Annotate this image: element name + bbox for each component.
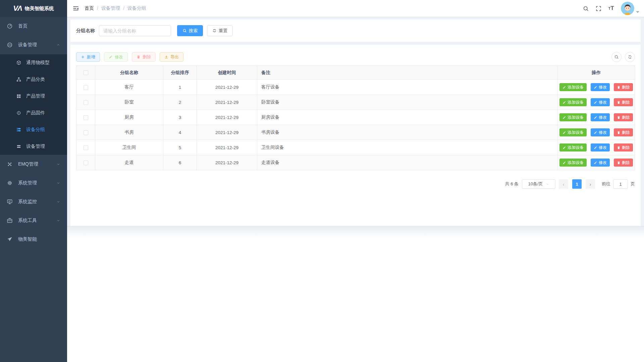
sidebar-item-thing-model[interactable]: 通用物模型	[0, 54, 67, 71]
row-add-device-button[interactable]: 添加设备	[559, 83, 587, 91]
toolbar-right	[611, 52, 635, 62]
edit-button-label: 修改	[599, 84, 607, 90]
header-search-icon[interactable]	[580, 0, 591, 17]
row-delete-button[interactable]: 删除	[614, 98, 633, 106]
reset-button-label: 重置	[219, 28, 227, 34]
delete-button-label: 删除	[622, 130, 630, 135]
row-delete-button[interactable]: 删除	[614, 113, 633, 121]
sidebar-menu: 首页 设备管理 通用物模型 产品分类	[0, 17, 67, 249]
app-logo-icon: VΛ	[13, 4, 21, 13]
row-edit-button[interactable]: 修改	[591, 159, 610, 167]
group-name-input[interactable]	[99, 25, 171, 36]
row-edit-button[interactable]: 修改	[591, 128, 610, 136]
panel-divider	[70, 42, 641, 45]
row-checkbox[interactable]	[84, 145, 88, 150]
user-menu[interactable]	[621, 2, 639, 15]
app-logo[interactable]: VΛ 物美智能系统	[0, 0, 67, 17]
search-button[interactable]: 搜索	[177, 25, 203, 36]
breadcrumb-home[interactable]: 首页	[85, 5, 94, 11]
row-edit-button[interactable]: 修改	[591, 83, 610, 91]
delete-button[interactable]: 删除	[132, 52, 156, 62]
chevron-down-icon	[56, 219, 60, 223]
sidebar-item-product-category[interactable]: 产品分类	[0, 71, 67, 88]
firmware-icon	[16, 110, 21, 116]
row-checkbox[interactable]	[84, 115, 88, 120]
row-checkbox[interactable]	[84, 161, 88, 165]
navbar-actions: TT	[580, 0, 644, 17]
goto-page-input[interactable]	[613, 179, 628, 189]
device-list-icon	[16, 144, 21, 149]
sidebar-item-system-monitor[interactable]: 系统监控	[0, 192, 67, 211]
row-add-device-button[interactable]: 添加设备	[559, 159, 587, 167]
cell-remark: 卫生间设备	[257, 140, 558, 155]
next-page-button[interactable]: ›	[586, 179, 595, 189]
page-size-select[interactable]: 10条/页	[522, 179, 555, 189]
cell-created-time: 2021-12-29	[197, 80, 257, 95]
edit-button[interactable]: 修改	[104, 52, 128, 62]
sidebar-item-product-firmware[interactable]: 产品固件	[0, 105, 67, 121]
breadcrumb: 首页 / 设备管理 / 设备分组	[85, 5, 146, 11]
row-add-device-button[interactable]: 添加设备	[559, 98, 587, 106]
chevron-down-icon	[546, 182, 549, 186]
row-checkbox[interactable]	[84, 130, 88, 135]
fullscreen-icon[interactable]	[593, 0, 604, 17]
avatar[interactable]	[621, 2, 634, 15]
cell-group-name: 厨房	[95, 110, 163, 125]
sidebar-item-device-list[interactable]: 设备管理	[0, 138, 67, 155]
add-button[interactable]: 新增	[76, 52, 100, 62]
delete-button-label: 删除	[622, 84, 630, 90]
add-device-button-label: 添加设备	[568, 130, 584, 135]
font-size-icon[interactable]: TT	[605, 0, 617, 17]
row-delete-button[interactable]: 删除	[614, 83, 633, 91]
sidebar-item-wumei-smart[interactable]: 物美智能	[0, 230, 67, 249]
edit-button-label: 修改	[599, 100, 607, 105]
row-edit-button[interactable]: 修改	[591, 143, 610, 152]
export-button-label: 导出	[170, 54, 179, 60]
row-delete-button[interactable]: 删除	[614, 143, 633, 152]
sidebar-item-product-management[interactable]: 产品管理	[0, 88, 67, 105]
table-body: 客厅 1 2021-12-29 客厅设备 添加设备 修改 删除 卧室 2 202…	[76, 80, 635, 170]
sidebar-item-device-group[interactable]: 设备分组	[0, 121, 67, 138]
sidebar-item-home[interactable]: 首页	[0, 17, 67, 36]
sidebar-item-label: 产品分类	[26, 76, 45, 82]
sidebar-toggle-icon[interactable]	[67, 5, 85, 12]
prev-page-button[interactable]: ‹	[559, 179, 568, 189]
dashboard-icon	[7, 23, 13, 29]
delete-button-label: 删除	[143, 54, 151, 60]
search-button-label: 搜索	[189, 28, 198, 34]
row-add-device-button[interactable]: 添加设备	[559, 128, 587, 136]
chevron-up-icon	[56, 43, 60, 47]
sidebar-item-device-management[interactable]: 设备管理	[0, 36, 67, 54]
search-field-label: 分组名称	[76, 28, 95, 34]
select-all-checkbox[interactable]	[84, 70, 88, 75]
add-device-button-label: 添加设备	[568, 145, 584, 150]
sidebar-item-system-tools[interactable]: 系统工具	[0, 211, 67, 230]
page-number-button[interactable]: 1	[572, 179, 582, 189]
row-edit-button[interactable]: 修改	[591, 113, 610, 121]
row-edit-button[interactable]: 修改	[591, 98, 610, 106]
row-checkbox[interactable]	[84, 100, 88, 105]
sidebar-item-label: 首页	[18, 23, 28, 29]
row-delete-button[interactable]: 删除	[614, 128, 633, 136]
row-add-device-button[interactable]: 添加设备	[559, 113, 587, 121]
delete-button-label: 删除	[622, 145, 630, 150]
delete-button-label: 删除	[622, 100, 630, 105]
cell-remark: 卧室设备	[257, 95, 558, 110]
export-button[interactable]: 导出	[160, 52, 183, 62]
sidebar-item-system-management[interactable]: 系统管理	[0, 174, 67, 192]
table-card: 新增 修改 删除 导出	[70, 45, 641, 226]
toggle-search-button[interactable]	[611, 52, 622, 62]
sidebar-item-label: 系统工具	[18, 218, 37, 224]
edit-button-label: 修改	[115, 54, 123, 60]
pagination: 共 6 条 10条/页 ‹ 1 › 前往 页	[76, 179, 635, 189]
sidebar-item-label: EMQ管理	[18, 161, 38, 167]
row-add-device-button[interactable]: 添加设备	[559, 143, 587, 152]
row-delete-button[interactable]: 删除	[614, 159, 633, 167]
row-checkbox[interactable]	[84, 85, 88, 90]
device-group-icon	[16, 127, 21, 132]
refresh-button[interactable]	[625, 52, 635, 62]
reset-button[interactable]: 重置	[207, 25, 233, 36]
add-button-label: 新增	[87, 54, 95, 60]
sidebar-item-emq-management[interactable]: EMQ管理	[0, 155, 67, 174]
add-device-button-label: 添加设备	[568, 100, 584, 105]
